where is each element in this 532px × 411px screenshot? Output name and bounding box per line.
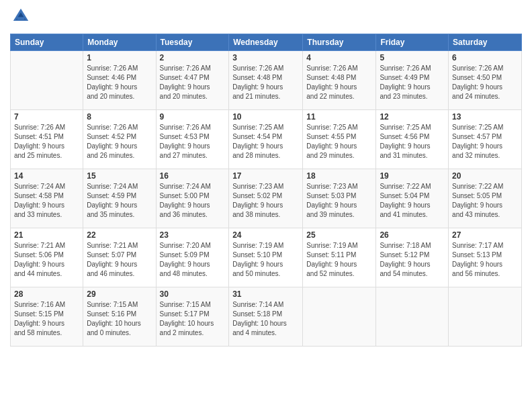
calendar-cell: 11Sunrise: 7:25 AMSunset: 4:55 PMDayligh… [303, 110, 376, 169]
day-info: Sunrise: 7:26 AMSunset: 4:53 PMDaylight:… [160, 123, 226, 161]
day-info: Sunrise: 7:26 AMSunset: 4:46 PMDaylight:… [87, 64, 152, 101]
day-info: Sunrise: 7:26 AMSunset: 4:47 PMDaylight:… [160, 64, 226, 101]
calendar-cell: 30Sunrise: 7:15 AMSunset: 5:17 PMDayligh… [156, 287, 229, 347]
calendar-cell: 22Sunrise: 7:21 AMSunset: 5:07 PMDayligh… [83, 228, 156, 287]
calendar-cell: 3Sunrise: 7:26 AMSunset: 4:48 PMDaylight… [229, 51, 303, 110]
day-number: 14 [14, 171, 79, 181]
calendar-cell: 2Sunrise: 7:26 AMSunset: 4:47 PMDaylight… [156, 51, 229, 110]
weekday-header: Monday [83, 34, 156, 51]
calendar-cell [303, 287, 376, 347]
calendar-cell: 20Sunrise: 7:22 AMSunset: 5:05 PMDayligh… [449, 169, 522, 228]
calendar-cell: 18Sunrise: 7:23 AMSunset: 5:03 PMDayligh… [303, 169, 376, 228]
day-info: Sunrise: 7:19 AMSunset: 5:11 PMDaylight:… [306, 241, 372, 279]
calendar-cell: 13Sunrise: 7:25 AMSunset: 4:57 PMDayligh… [449, 110, 522, 169]
day-number: 10 [232, 112, 299, 122]
day-info: Sunrise: 7:24 AMSunset: 5:00 PMDaylight:… [160, 182, 226, 220]
day-info: Sunrise: 7:26 AMSunset: 4:48 PMDaylight:… [306, 64, 372, 101]
day-number: 6 [452, 53, 518, 62]
calendar-cell: 25Sunrise: 7:19 AMSunset: 5:11 PMDayligh… [303, 228, 376, 287]
day-info: Sunrise: 7:20 AMSunset: 5:09 PMDaylight:… [160, 241, 226, 279]
day-number: 28 [14, 289, 79, 299]
day-info: Sunrise: 7:25 AMSunset: 4:55 PMDaylight:… [306, 123, 372, 161]
weekday-header: Wednesday [229, 34, 303, 51]
day-info: Sunrise: 7:22 AMSunset: 5:05 PMDaylight:… [452, 182, 518, 220]
calendar-cell: 16Sunrise: 7:24 AMSunset: 5:00 PMDayligh… [156, 169, 229, 228]
day-info: Sunrise: 7:14 AMSunset: 5:18 PMDaylight:… [232, 300, 299, 338]
calendar-week-row: 28Sunrise: 7:16 AMSunset: 5:15 PMDayligh… [11, 287, 522, 347]
calendar-cell: 21Sunrise: 7:21 AMSunset: 5:06 PMDayligh… [11, 228, 83, 287]
page-container: SundayMondayTuesdayWednesdayThursdayFrid… [0, 0, 532, 353]
day-info: Sunrise: 7:25 AMSunset: 4:54 PMDaylight:… [232, 123, 299, 161]
day-number: 4 [306, 53, 372, 62]
day-number: 24 [232, 230, 299, 240]
day-number: 29 [87, 289, 152, 299]
calendar-cell: 26Sunrise: 7:18 AMSunset: 5:12 PMDayligh… [376, 228, 449, 287]
day-number: 18 [306, 171, 372, 181]
header-area [10, 7, 522, 28]
day-number: 11 [306, 112, 372, 122]
day-info: Sunrise: 7:26 AMSunset: 4:52 PMDaylight:… [87, 123, 152, 161]
day-number: 8 [87, 112, 152, 122]
weekday-header: Thursday [303, 34, 376, 51]
day-number: 9 [160, 112, 226, 122]
day-number: 22 [87, 230, 152, 240]
calendar-week-row: 1Sunrise: 7:26 AMSunset: 4:46 PMDaylight… [11, 51, 522, 110]
calendar-cell: 10Sunrise: 7:25 AMSunset: 4:54 PMDayligh… [229, 110, 303, 169]
calendar-cell: 31Sunrise: 7:14 AMSunset: 5:18 PMDayligh… [229, 287, 303, 347]
day-info: Sunrise: 7:21 AMSunset: 5:06 PMDaylight:… [14, 241, 79, 279]
day-info: Sunrise: 7:24 AMSunset: 4:59 PMDaylight:… [87, 182, 152, 220]
day-info: Sunrise: 7:23 AMSunset: 5:03 PMDaylight:… [306, 182, 372, 220]
day-number: 12 [380, 112, 445, 122]
day-info: Sunrise: 7:22 AMSunset: 5:04 PMDaylight:… [380, 182, 445, 220]
day-number: 25 [306, 230, 372, 240]
calendar-cell: 23Sunrise: 7:20 AMSunset: 5:09 PMDayligh… [156, 228, 229, 287]
day-number: 19 [380, 171, 445, 181]
day-info: Sunrise: 7:15 AMSunset: 5:17 PMDaylight:… [160, 300, 226, 338]
day-number: 5 [380, 53, 445, 62]
weekday-header: Sunday [11, 34, 83, 51]
day-info: Sunrise: 7:18 AMSunset: 5:12 PMDaylight:… [380, 241, 445, 279]
calendar-cell: 12Sunrise: 7:25 AMSunset: 4:56 PMDayligh… [376, 110, 449, 169]
calendar-cell: 8Sunrise: 7:26 AMSunset: 4:52 PMDaylight… [83, 110, 156, 169]
calendar-cell: 6Sunrise: 7:26 AMSunset: 4:50 PMDaylight… [449, 51, 522, 110]
day-info: Sunrise: 7:25 AMSunset: 4:56 PMDaylight:… [380, 123, 445, 161]
day-number: 1 [87, 53, 152, 62]
day-info: Sunrise: 7:23 AMSunset: 5:02 PMDaylight:… [232, 182, 299, 220]
day-info: Sunrise: 7:19 AMSunset: 5:10 PMDaylight:… [232, 241, 299, 279]
day-number: 23 [160, 230, 226, 240]
calendar-cell: 1Sunrise: 7:26 AMSunset: 4:46 PMDaylight… [83, 51, 156, 110]
day-info: Sunrise: 7:26 AMSunset: 4:50 PMDaylight:… [452, 64, 518, 101]
day-info: Sunrise: 7:15 AMSunset: 5:16 PMDaylight:… [87, 300, 152, 338]
calendar-cell: 5Sunrise: 7:26 AMSunset: 4:49 PMDaylight… [376, 51, 449, 110]
day-number: 30 [160, 289, 226, 299]
calendar-week-row: 21Sunrise: 7:21 AMSunset: 5:06 PMDayligh… [11, 228, 522, 287]
calendar-cell: 9Sunrise: 7:26 AMSunset: 4:53 PMDaylight… [156, 110, 229, 169]
calendar-table: SundayMondayTuesdayWednesdayThursdayFrid… [10, 34, 522, 347]
day-info: Sunrise: 7:26 AMSunset: 4:51 PMDaylight:… [14, 123, 79, 161]
day-info: Sunrise: 7:26 AMSunset: 4:48 PMDaylight:… [232, 64, 299, 101]
calendar-week-row: 7Sunrise: 7:26 AMSunset: 4:51 PMDaylight… [11, 110, 522, 169]
calendar-cell: 4Sunrise: 7:26 AMSunset: 4:48 PMDaylight… [303, 51, 376, 110]
calendar-cell [11, 51, 83, 110]
calendar-cell: 29Sunrise: 7:15 AMSunset: 5:16 PMDayligh… [83, 287, 156, 347]
calendar-cell: 15Sunrise: 7:24 AMSunset: 4:59 PMDayligh… [83, 169, 156, 228]
day-info: Sunrise: 7:24 AMSunset: 4:58 PMDaylight:… [14, 182, 79, 220]
weekday-header-row: SundayMondayTuesdayWednesdayThursdayFrid… [11, 34, 522, 51]
calendar-cell: 27Sunrise: 7:17 AMSunset: 5:13 PMDayligh… [449, 228, 522, 287]
day-info: Sunrise: 7:25 AMSunset: 4:57 PMDaylight:… [452, 123, 518, 161]
day-info: Sunrise: 7:17 AMSunset: 5:13 PMDaylight:… [452, 241, 518, 279]
calendar-cell: 19Sunrise: 7:22 AMSunset: 5:04 PMDayligh… [376, 169, 449, 228]
day-info: Sunrise: 7:16 AMSunset: 5:15 PMDaylight:… [14, 300, 79, 338]
calendar-cell: 14Sunrise: 7:24 AMSunset: 4:58 PMDayligh… [11, 169, 83, 228]
day-number: 26 [380, 230, 445, 240]
calendar-cell [449, 287, 522, 347]
calendar-cell: 28Sunrise: 7:16 AMSunset: 5:15 PMDayligh… [11, 287, 83, 347]
day-info: Sunrise: 7:26 AMSunset: 4:49 PMDaylight:… [380, 64, 445, 101]
day-number: 15 [87, 171, 152, 181]
day-info: Sunrise: 7:21 AMSunset: 5:07 PMDaylight:… [87, 241, 152, 279]
svg-rect-2 [17, 17, 24, 19]
calendar-cell: 24Sunrise: 7:19 AMSunset: 5:10 PMDayligh… [229, 228, 303, 287]
day-number: 27 [452, 230, 518, 240]
calendar-cell: 7Sunrise: 7:26 AMSunset: 4:51 PMDaylight… [11, 110, 83, 169]
weekday-header: Tuesday [156, 34, 229, 51]
